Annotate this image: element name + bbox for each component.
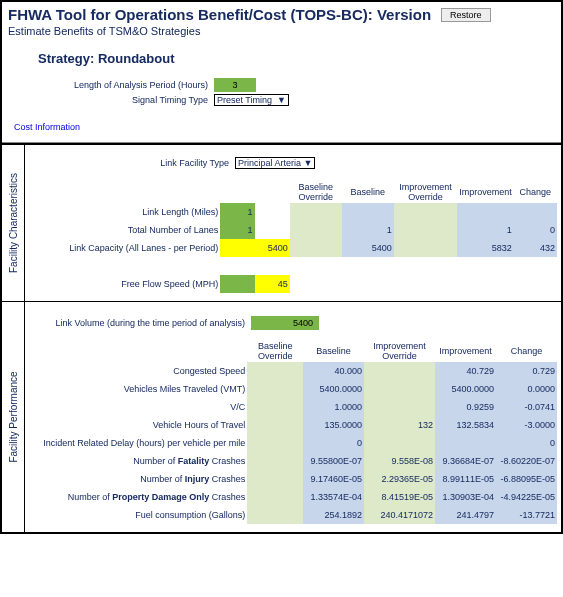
- signal-timing-select[interactable]: Preset Timing ▼: [214, 94, 289, 106]
- link-volume-input[interactable]: 5400: [251, 316, 319, 330]
- col-improvement-override: Improvement Override: [394, 181, 457, 203]
- table-row: Vehicle Hours of Travel135.0000132132.58…: [29, 416, 557, 434]
- page-subtitle: Estimate Benefits of TSM&O Strategies: [8, 25, 555, 37]
- facility-characteristics-table: Baseline Override Baseline Improvement O…: [29, 181, 557, 293]
- table-row: V/C1.00000.9259-0.0741: [29, 398, 557, 416]
- col-change: Change: [514, 181, 557, 203]
- table-row: Vehicles Miles Traveled (VMT)5400.000054…: [29, 380, 557, 398]
- col-baseline-override: Baseline Override: [290, 181, 342, 203]
- col-improvement: Improvement: [457, 181, 514, 203]
- table-row: Number of Property Damage Only Crashes1.…: [29, 488, 557, 506]
- table-row: Link Capacity (All Lanes - per Period) 5…: [29, 239, 557, 257]
- restore-button[interactable]: Restore: [441, 8, 491, 22]
- timing-label: Signal Timing Type: [38, 95, 214, 105]
- col-change: Change: [496, 340, 557, 362]
- col-baseline-override: Baseline Override: [247, 340, 303, 362]
- col-improvement: Improvement: [435, 340, 496, 362]
- facility-characteristics-label: Facility Characteristics: [2, 145, 25, 301]
- facility-type-label: Link Facility Type: [29, 158, 235, 168]
- lanes-input[interactable]: 1: [220, 221, 254, 239]
- link-volume-label: Link Volume (during the time period of a…: [29, 318, 251, 328]
- table-row: Link Length (Miles) 1: [29, 203, 557, 221]
- strategy-title: Strategy: Roundabout: [38, 51, 549, 66]
- table-row: Total Number of Lanes 1 1 1 0: [29, 221, 557, 239]
- facility-performance-label: Facility Performance: [2, 302, 25, 532]
- link-length-input[interactable]: 1: [220, 203, 254, 221]
- page-title: FHWA Tool for Operations Benefit/Cost (T…: [8, 6, 431, 23]
- length-input[interactable]: 3: [214, 78, 256, 92]
- col-baseline: Baseline: [303, 340, 364, 362]
- table-row: Fuel consumption (Gallons)254.1892240.41…: [29, 506, 557, 524]
- table-row: Free Flow Speed (MPH) 45: [29, 275, 557, 293]
- ffs-input-blank[interactable]: [220, 275, 254, 293]
- ffs-value[interactable]: 45: [255, 275, 290, 293]
- length-label: Length of Analysis Period (Hours): [38, 80, 214, 90]
- table-row: Number of Fatality Crashes9.55800E-079.5…: [29, 452, 557, 470]
- table-row: Number of Injury Crashes9.17460E-052.293…: [29, 470, 557, 488]
- facility-performance-table: Baseline Override Baseline Improvement O…: [29, 340, 557, 524]
- table-row: Congested Speed40.00040.7290.729: [29, 362, 557, 380]
- col-improvement-override: Improvement Override: [364, 340, 435, 362]
- table-row: Incident Related Delay (hours) per vehic…: [29, 434, 557, 452]
- facility-type-select[interactable]: Principal Arteria ▼: [235, 157, 315, 169]
- cost-information-link[interactable]: Cost Information: [8, 110, 555, 138]
- capacity-value[interactable]: 5400: [220, 239, 290, 257]
- col-baseline: Baseline: [342, 181, 394, 203]
